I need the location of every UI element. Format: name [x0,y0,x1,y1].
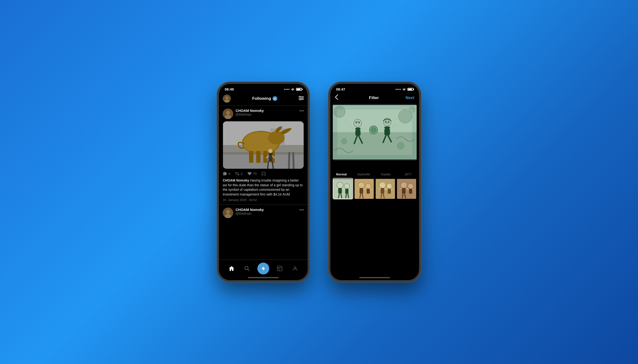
battery-icon-2 [408,88,413,91]
filter-thumb-1977[interactable] [396,178,417,199]
retweet-action[interactable]: 2 [235,172,243,176]
svg-rect-73 [380,188,384,194]
filter-spacer [330,161,419,172]
time-1: 08:49 [225,87,234,91]
like-action[interactable]: 70 [248,172,257,176]
retweet-icon [235,172,239,176]
svg-rect-69 [366,189,370,194]
svg-point-80 [408,184,413,189]
signal-dot-3 [287,89,288,90]
tweet-1-text: CHOAM Nomsky Having trouble imagining a … [223,178,304,197]
nav-spaces[interactable] [274,263,285,274]
filter-thumb-normal[interactable] [333,178,353,199]
following-dropdown[interactable]: Following ▾ [252,96,277,101]
volume-up-button[interactable] [217,120,218,129]
signal-dot-4 [288,89,290,90]
filter-icon[interactable] [298,96,304,102]
tweet-1-avatar[interactable] [223,108,233,119]
signal-dot-2 [286,89,286,90]
signal-dot-2-2 [397,89,398,90]
filter-main-image [333,104,417,161]
svg-marker-32 [262,266,265,271]
signal-icon-2 [396,89,401,90]
nav-profile[interactable] [290,263,300,274]
battery-fill-2 [408,89,412,90]
home-indicator-2 [359,277,390,278]
svg-point-74 [386,184,392,189]
signal-dot-2-1 [396,89,396,90]
svg-point-62 [344,184,350,189]
volume-down-button[interactable] [217,131,218,141]
filter-thumb-toaster[interactable] [375,178,396,199]
tweet-2-more-icon[interactable]: ••• [299,208,304,212]
svg-rect-61 [338,188,342,194]
svg-point-60 [337,182,343,188]
svg-point-8 [300,99,301,100]
tweet-1-more-icon[interactable]: ••• [299,108,304,114]
tweet-2-avatar[interactable] [223,208,233,218]
svg-point-78 [400,182,407,188]
filter-label-nashville: Nashville [353,172,375,176]
phone2-screen: 08:47 [330,84,419,280]
filter-label-toaster: Toaster [375,172,397,176]
tweet-1-date: 15. January 2025 · 04:52 [223,198,304,202]
time-2: 08:47 [336,87,345,91]
wifi-icon-2 [402,88,406,91]
power-button[interactable] [309,112,310,126]
phones-container: 08:49 [217,82,421,282]
next-button[interactable]: Next [406,96,414,100]
svg-point-66 [358,182,364,188]
power-button-2[interactable] [420,112,421,126]
bookmark-action[interactable] [262,172,266,176]
svg-point-26 [268,149,272,153]
tweet-2-user-info: CHOAM Nomsky @thielman [236,208,299,216]
svg-rect-15 [287,133,304,145]
dynamic-island [249,87,278,95]
heart-icon [248,172,252,176]
signal-dot-2-4 [400,89,401,90]
tweet-1-username[interactable]: CHOAM Nomsky [236,108,299,112]
filter-title: Filter [369,96,379,100]
svg-rect-21 [249,151,253,163]
bookmark-icon [262,172,266,176]
phone1-screen: 08:49 [219,84,308,280]
tweet-1-user-info: CHOAM Nomsky @thielman [236,108,299,116]
tweet-2: CHOAM Nomsky @thielman ••• [219,204,308,223]
chevron-down-icon: ▾ [272,96,277,101]
filter-labels: Normal Nashville Toaster 1977 [330,172,419,176]
volume-down-button-2[interactable] [328,131,329,141]
svg-rect-79 [402,188,406,194]
svg-point-7 [302,98,303,98]
user-avatar-header[interactable] [223,94,231,102]
svg-line-31 [248,269,249,271]
volume-up-button-2[interactable] [328,120,329,129]
tweet-2-header: CHOAM Nomsky @thielman ••• [223,208,304,218]
tweet-1: CHOAM Nomsky @thielman ••• [219,106,308,204]
tweet-1-header: CHOAM Nomsky @thielman ••• [223,108,304,119]
svg-point-28 [226,210,230,214]
svg-rect-22 [256,151,260,163]
mute-button-2[interactable] [328,110,329,116]
svg-point-1 [226,96,228,99]
tweet-1-actions: 4 2 70 [223,172,304,176]
filter-thumb-nashville[interactable] [354,178,374,199]
home-indicator-1 [248,277,279,278]
filter-label-1977: 1977 [397,172,419,176]
phone-2: 08:47 [328,82,421,282]
nav-home[interactable] [226,263,237,274]
svg-point-30 [245,266,248,270]
tweet-2-username[interactable]: CHOAM Nomsky [236,208,299,212]
tweet-1-bold-name: CHOAM Nomsky [223,178,249,182]
mute-button[interactable] [217,110,218,116]
nav-compose[interactable] [258,262,269,274]
signal-dot-2-3 [398,89,399,90]
nav-search[interactable] [242,263,252,274]
battery-icon-1 [296,88,302,91]
filter-thumbnails [330,178,419,199]
svg-rect-57 [333,105,417,160]
comment-action[interactable]: 4 [223,172,230,176]
svg-rect-67 [360,188,363,194]
tweet-2-handle: @thielman [236,212,299,216]
back-button[interactable] [335,94,342,101]
tweet-1-image[interactable] [223,121,304,169]
